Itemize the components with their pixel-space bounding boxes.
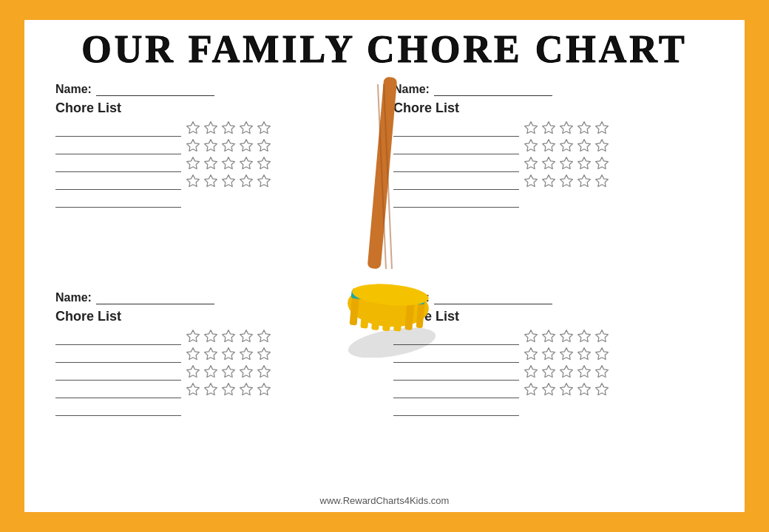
quadrant-bottom-left: Name: Chore List — [47, 285, 384, 494]
star-icon — [559, 174, 574, 188]
chore-line — [55, 385, 181, 398]
chore-line — [55, 367, 181, 381]
footer-url: www.RewardCharts4Kids.com — [47, 495, 722, 506]
star-icon — [577, 174, 592, 188]
svg-marker-19 — [187, 140, 200, 151]
chore-lines-br — [393, 332, 519, 416]
star-icon — [221, 174, 236, 188]
svg-marker-63 — [258, 348, 271, 360]
name-input-line-bl — [96, 291, 214, 304]
star-icon — [239, 156, 254, 171]
name-label-br: Name: — [393, 291, 430, 304]
svg-marker-66 — [223, 366, 235, 378]
star-icon — [186, 329, 200, 344]
star-icon — [239, 347, 254, 361]
chore-line — [393, 385, 519, 398]
quadrant-top-left: Name: Chore List — [47, 77, 384, 285]
name-label-bl: Name: — [55, 291, 92, 304]
chore-label-tr: Chore List — [393, 100, 714, 116]
star-icon — [203, 382, 218, 397]
name-row-tl: Name: — [55, 83, 376, 96]
svg-marker-49 — [525, 175, 538, 187]
star-icon — [186, 120, 200, 135]
star-icon — [257, 120, 271, 135]
star-icon — [221, 120, 236, 135]
svg-marker-52 — [578, 175, 591, 187]
star-icon — [257, 364, 271, 379]
stars-group-tl — [186, 120, 273, 190]
star-icon — [221, 156, 236, 171]
chore-line — [55, 123, 181, 137]
star-icon — [186, 174, 200, 188]
chore-line — [393, 141, 519, 154]
content-area: Name: Chore List — [47, 77, 722, 494]
star-icon — [239, 174, 254, 188]
star-icon — [203, 364, 218, 379]
svg-marker-54 — [187, 330, 200, 342]
svg-marker-70 — [205, 383, 217, 395]
svg-marker-92 — [578, 383, 591, 395]
svg-marker-20 — [205, 140, 217, 151]
star-icon — [541, 138, 556, 153]
name-input-line-tl — [96, 83, 214, 96]
star-icon — [221, 364, 236, 379]
star-icon — [524, 382, 538, 397]
chore-area-tr — [393, 120, 714, 208]
name-row-tr: Name: — [393, 83, 714, 96]
svg-marker-17 — [240, 122, 253, 134]
star-icon — [186, 156, 200, 171]
svg-marker-89 — [525, 383, 538, 395]
star-icon — [577, 138, 592, 153]
chore-line — [55, 403, 181, 416]
stars-group-tr — [524, 120, 611, 190]
star-icon — [559, 382, 574, 397]
svg-marker-83 — [596, 348, 609, 360]
star-icon — [594, 120, 609, 135]
star-icon — [594, 174, 609, 188]
svg-marker-29 — [187, 175, 200, 187]
chore-lines-tr — [393, 123, 519, 208]
svg-marker-85 — [543, 366, 555, 378]
star-icon — [257, 382, 271, 397]
svg-marker-86 — [560, 366, 573, 378]
star-icon — [594, 138, 609, 153]
chore-line — [55, 332, 181, 345]
star-icon — [541, 347, 556, 361]
svg-marker-60 — [205, 348, 217, 360]
svg-marker-51 — [560, 175, 573, 187]
star-icon — [559, 138, 574, 153]
svg-marker-64 — [187, 366, 200, 378]
svg-marker-15 — [205, 122, 217, 134]
star-icon — [577, 329, 592, 344]
star-icon — [541, 174, 556, 188]
svg-marker-56 — [223, 330, 235, 342]
chore-line — [55, 177, 181, 190]
chore-line — [393, 194, 519, 208]
star-icon — [221, 138, 236, 153]
chore-lines-bl — [55, 332, 181, 416]
svg-marker-27 — [240, 157, 253, 169]
svg-marker-68 — [258, 366, 271, 378]
star-icon — [559, 347, 574, 361]
star-icon — [541, 156, 556, 171]
svg-marker-72 — [240, 383, 253, 395]
svg-marker-59 — [187, 348, 200, 360]
chore-line — [393, 349, 519, 363]
star-icon — [203, 120, 218, 135]
svg-marker-44 — [525, 157, 538, 169]
star-icon — [577, 364, 592, 379]
star-icon — [524, 138, 538, 153]
svg-marker-57 — [240, 330, 253, 342]
name-row-bl: Name: — [55, 291, 376, 304]
star-icon — [203, 138, 218, 153]
star-icon — [541, 364, 556, 379]
svg-marker-22 — [240, 140, 253, 151]
svg-marker-48 — [596, 157, 609, 169]
svg-marker-43 — [596, 140, 609, 151]
svg-marker-37 — [578, 122, 591, 134]
star-icon — [257, 138, 271, 153]
star-icon — [524, 364, 538, 379]
svg-marker-39 — [525, 140, 538, 151]
star-icon — [559, 364, 574, 379]
svg-marker-33 — [258, 175, 271, 187]
